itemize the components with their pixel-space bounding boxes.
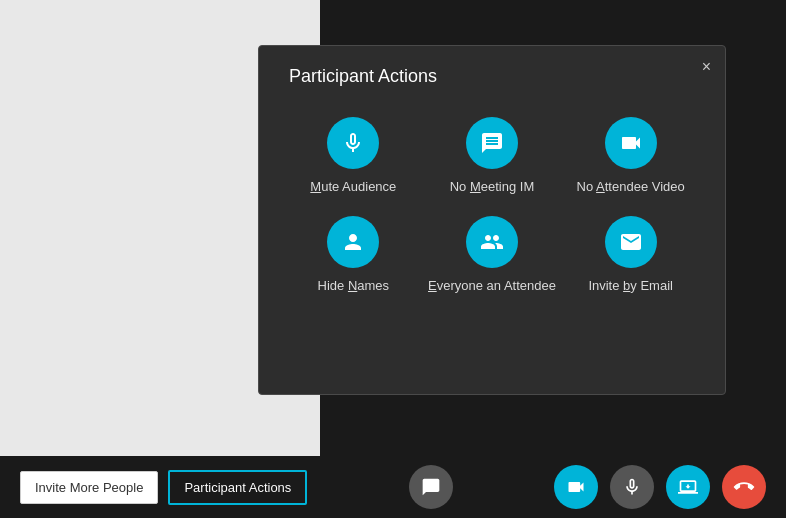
action-hide-names[interactable]: Hide Names — [289, 216, 418, 295]
hide-names-label: Hide Names — [318, 278, 390, 295]
action-mute-audience[interactable]: Mute Audience — [289, 117, 418, 196]
screen-share-icon — [678, 477, 698, 497]
bottom-bar: Invite More People Participant Actions — [0, 456, 786, 518]
bottom-right-controls — [554, 465, 766, 509]
invite-by-email-label: Invite by Email — [588, 278, 673, 295]
chat-button[interactable] — [409, 465, 453, 509]
chat-icon — [421, 477, 441, 497]
modal-title: Participant Actions — [289, 66, 695, 87]
invite-by-email-icon — [605, 216, 657, 268]
no-attendee-video-label: No Attendee Video — [577, 179, 685, 196]
hangup-button[interactable] — [722, 465, 766, 509]
everyone-attendee-label: Everyone an Attendee — [428, 278, 556, 295]
everyone-attendee-icon — [466, 216, 518, 268]
video-icon — [566, 477, 586, 497]
hide-names-icon — [327, 216, 379, 268]
participant-actions-modal: × Participant Actions Mute Audience No M… — [258, 45, 726, 395]
mic-button[interactable] — [610, 465, 654, 509]
no-attendee-video-icon — [605, 117, 657, 169]
bottom-left-buttons: Invite More People Participant Actions — [20, 470, 307, 505]
screen-share-button[interactable] — [666, 465, 710, 509]
action-no-meeting-im[interactable]: No Meeting IM — [428, 117, 557, 196]
action-no-attendee-video[interactable]: No Attendee Video — [566, 117, 695, 196]
bottom-center-controls — [307, 465, 554, 509]
action-everyone-attendee[interactable]: Everyone an Attendee — [428, 216, 557, 295]
action-grid: Mute Audience No Meeting IM No Attendee … — [289, 117, 695, 295]
modal-close-button[interactable]: × — [702, 58, 711, 76]
participant-actions-button[interactable]: Participant Actions — [168, 470, 307, 505]
mute-audience-label: Mute Audience — [310, 179, 396, 196]
hangup-icon — [730, 473, 758, 501]
no-meeting-im-icon — [466, 117, 518, 169]
video-button[interactable] — [554, 465, 598, 509]
mute-audience-icon — [327, 117, 379, 169]
action-invite-by-email[interactable]: Invite by Email — [566, 216, 695, 295]
no-meeting-im-label: No Meeting IM — [450, 179, 535, 196]
invite-more-people-button[interactable]: Invite More People — [20, 471, 158, 504]
mic-icon — [622, 477, 642, 497]
